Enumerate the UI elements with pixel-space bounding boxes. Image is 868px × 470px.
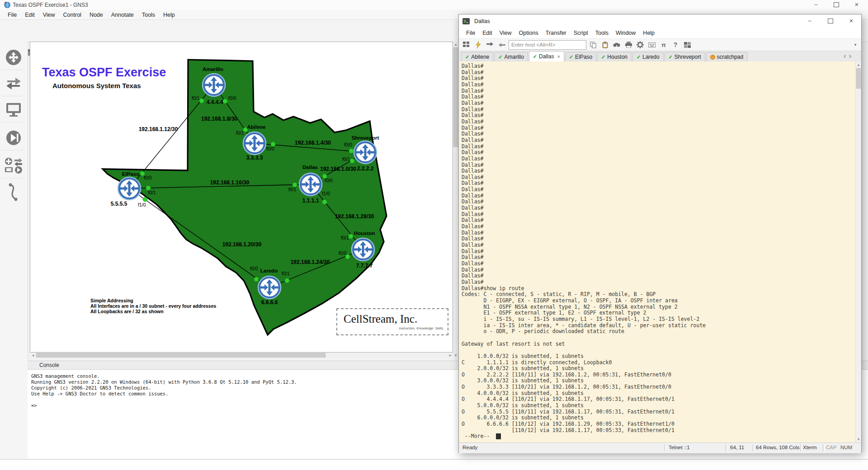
paste-button[interactable] — [600, 40, 610, 49]
tab-close-icon[interactable]: × — [557, 54, 560, 59]
terminal-screen[interactable]: Dallas# Dallas# Dallas# Dallas# Dallas# … — [459, 61, 855, 442]
keymap-button[interactable] — [647, 40, 657, 49]
browse-end-devices-button[interactable] — [2, 98, 25, 122]
browse-switches-button[interactable] — [2, 71, 25, 96]
options-button[interactable] — [635, 40, 645, 49]
router-node-elpaso[interactable] — [118, 177, 141, 200]
vscroll-thumb[interactable] — [453, 47, 458, 147]
printer-icon — [625, 42, 632, 48]
tabs-scroll-left-icon[interactable]: ‹ — [844, 52, 846, 60]
connect-button[interactable] — [485, 40, 495, 49]
map-vscrollbar[interactable]: ▴ ▾ — [453, 42, 458, 358]
tab-label: Houston — [607, 54, 627, 60]
gear-icon — [637, 41, 644, 48]
browse-routers-button[interactable] — [2, 45, 25, 70]
tab-shreveport[interactable]: ✓Shreveport — [665, 52, 705, 61]
crt-tabbar: ✓Abilene ✓Amarillo ✓Dallas× ✓ElPaso ✓Hou… — [459, 51, 861, 62]
router-node-shreveport[interactable] — [354, 141, 377, 164]
browse-security-devices-button[interactable] — [2, 126, 25, 150]
router-node-dallas[interactable] — [299, 173, 322, 196]
toolbar-overflow-icon[interactable]: ▾ — [850, 40, 860, 49]
hscroll-thumb[interactable] — [36, 353, 326, 357]
scroll-right-icon[interactable]: ▸ — [448, 352, 453, 358]
crt-menu-view[interactable]: View — [496, 29, 515, 37]
note-line: Simple Addressing — [90, 298, 133, 303]
browse-all-devices-button[interactable] — [2, 154, 25, 179]
tab-dallas[interactable]: ✓Dallas× — [529, 51, 564, 61]
port-label: f0/0 — [250, 266, 258, 271]
router-node-houston[interactable] — [352, 238, 374, 261]
gns3-minimize-button[interactable]: – — [807, 0, 825, 9]
copy-button[interactable] — [588, 40, 598, 49]
script-button[interactable]: π — [659, 40, 669, 49]
scroll-up-icon[interactable]: ▴ — [453, 42, 458, 47]
router-label-abilene: Abilene — [247, 124, 266, 130]
menu-help[interactable]: Help — [159, 11, 179, 19]
crt-maximize-button[interactable] — [821, 16, 840, 26]
scroll-up-icon[interactable]: ▴ — [856, 62, 861, 67]
menu-file[interactable]: File — [4, 11, 21, 19]
tab-houston[interactable]: ✓Houston — [597, 52, 632, 61]
menu-annotate[interactable]: Annotate — [107, 11, 138, 19]
reconnect-button[interactable] — [497, 40, 507, 49]
terminal-scroll-thumb[interactable] — [856, 68, 861, 89]
crt-menu-help[interactable]: Help — [639, 29, 658, 37]
copy-icon — [590, 42, 596, 48]
gns3-maximize-button[interactable] — [827, 0, 845, 9]
crt-menu-window[interactable]: Window — [612, 29, 639, 37]
crt-menu-tools[interactable]: Tools — [592, 29, 612, 37]
router-node-laredo[interactable] — [258, 276, 281, 299]
all-devices-icon — [4, 157, 24, 175]
menu-edit[interactable]: Edit — [21, 11, 39, 19]
port-label: f0/0 — [228, 95, 236, 101]
crt-app-icon — [462, 18, 470, 24]
crt-menu-transfer[interactable]: Transfer — [542, 29, 570, 37]
router-node-abilene[interactable] — [243, 132, 266, 155]
port-label: f0/1 — [192, 95, 200, 101]
map-hscrollbar[interactable]: ◂ ▸ — [30, 352, 453, 358]
help-button[interactable]: ? — [670, 40, 680, 49]
gns3-close-button[interactable]: × — [848, 0, 866, 9]
port-label: f0/1 — [288, 187, 297, 192]
tab-scratchpad[interactable]: scratchpad — [706, 52, 748, 61]
crt-close-button[interactable]: × — [842, 16, 860, 26]
map-title: Texas OSPF Exercise — [42, 66, 166, 79]
port-label: f0/1 — [236, 130, 244, 136]
terminal-scrollbar[interactable]: ▴ ▾ — [855, 61, 861, 442]
quick-connect-button[interactable] — [473, 40, 483, 49]
crt-menu-file[interactable]: File — [462, 29, 479, 37]
print-button[interactable] — [623, 40, 633, 49]
crt-menu-edit[interactable]: Edit — [479, 29, 496, 37]
tab-elpaso[interactable]: ✓ElPaso — [565, 52, 596, 61]
find-button[interactable] — [612, 40, 622, 49]
logo-tagline: Instruction. Knowledge. Skills. — [337, 326, 444, 330]
crt-menu-options[interactable]: Options — [515, 29, 542, 37]
menu-view[interactable]: View — [39, 11, 59, 19]
host-input[interactable]: Enter host <Alt+R> — [509, 40, 586, 50]
crt-titlebar: Dallas – × — [459, 14, 861, 28]
menu-tools[interactable]: Tools — [138, 11, 159, 19]
tab-abilene[interactable]: ✓Abilene — [461, 52, 493, 61]
tab-laredo[interactable]: ✓Laredo — [632, 52, 664, 61]
menu-node[interactable]: Node — [85, 11, 107, 19]
crt-minimize-button[interactable]: – — [801, 16, 819, 26]
status-separator — [665, 444, 666, 451]
session-dialog-button[interactable] — [462, 40, 472, 49]
port-label: f1/0 — [138, 202, 146, 207]
router-node-amarillo[interactable] — [203, 74, 225, 96]
subnet-label: 192.168.1.16/30 — [210, 179, 250, 186]
note-line: All Interfaces are in a / 30 subnet - ev… — [90, 303, 217, 309]
scroll-down-icon[interactable]: ▾ — [856, 437, 861, 442]
tabs-scroll-right-icon[interactable]: › — [849, 52, 851, 60]
menu-control[interactable]: Control — [59, 11, 85, 19]
router-icon — [5, 48, 23, 66]
add-link-button[interactable] — [2, 180, 25, 204]
tab-amarillo[interactable]: ✓Amarillo — [494, 52, 528, 61]
scroll-left-icon[interactable]: ◂ — [30, 352, 36, 358]
crt-menu-script[interactable]: Script — [570, 29, 592, 37]
tile-windows-button[interactable] — [682, 40, 692, 49]
port-label: f0/1 — [148, 190, 156, 195]
console-title: Console — [39, 362, 59, 368]
scroll-down-icon[interactable]: ▾ — [453, 352, 458, 358]
connected-check-icon: ✓ — [569, 54, 573, 60]
